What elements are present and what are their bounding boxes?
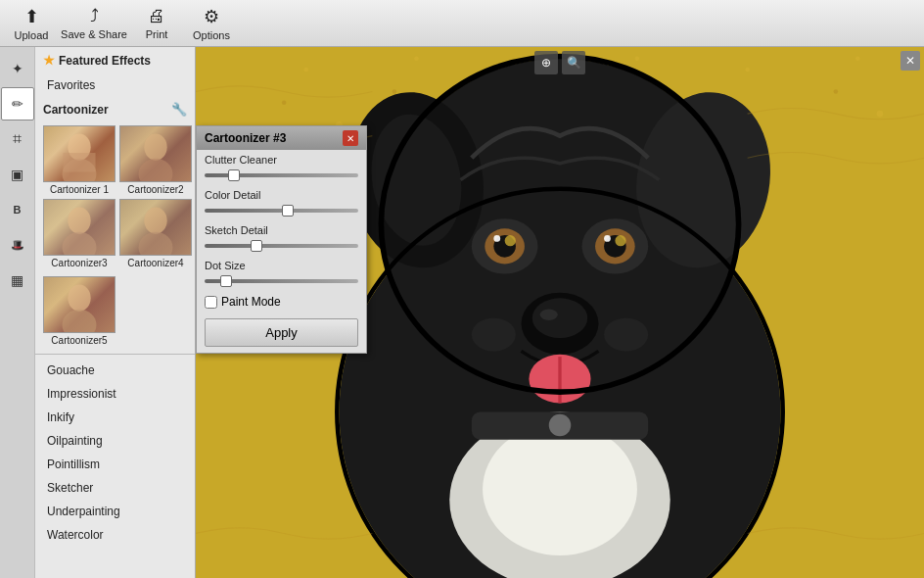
svg-point-4	[138, 159, 172, 182]
cartoonizer4-label: Cartoonizer4	[127, 258, 183, 268]
tool-strip: ✦ ✏ ⌗ ▣ B 🎩 ▦	[0, 47, 35, 578]
svg-rect-2	[63, 153, 95, 171]
toolbar: ⬆ Upload ⤴ Save & Share 🖨 Print ⚙ Option…	[0, 0, 924, 47]
cartoonizer5-thumb[interactable]: Cartoonizer5	[43, 276, 116, 346]
wrench-icon: 🔧	[171, 102, 187, 117]
cartoonizer4-thumb[interactable]: Cartoonizer4	[119, 199, 192, 268]
cartoonizer3-thumb[interactable]: Cartoonizer3	[43, 199, 116, 268]
clutter-cleaner-row: Clutter Cleaner	[197, 150, 366, 185]
portrait-svg-4	[120, 199, 191, 256]
color-detail-row: Color Detail	[197, 185, 366, 220]
color-detail-label: Color Detail	[205, 189, 358, 201]
favorites-item[interactable]: Favorites	[35, 73, 195, 97]
apply-button[interactable]: Apply	[205, 318, 358, 347]
svg-point-45	[604, 235, 611, 242]
inkify-item[interactable]: Inkify	[35, 406, 195, 429]
save-share-icon: ⤴	[90, 6, 99, 26]
portrait-svg-3	[44, 199, 115, 256]
sketcher-item[interactable]: Sketcher	[35, 476, 195, 500]
clutter-cleaner-slider[interactable]	[205, 168, 358, 183]
svg-point-29	[834, 89, 839, 94]
tool-effects-button[interactable]: ✦	[1, 52, 34, 85]
image-area: ⊕ 🔍 ✕	[196, 47, 924, 578]
sketch-detail-slider[interactable]	[205, 238, 358, 254]
watercolor-item[interactable]: Watercolor	[35, 523, 195, 547]
svg-point-47	[532, 298, 587, 338]
pointillism-item[interactable]: Pointillism	[35, 453, 195, 476]
cartoonizer4-image	[119, 199, 192, 256]
svg-point-27	[393, 89, 397, 94]
svg-point-52	[604, 318, 648, 352]
paint-mode-checkbox[interactable]	[205, 296, 217, 309]
options-icon: ⚙	[204, 6, 219, 27]
dialog-title: Cartoonizer #3	[205, 131, 286, 145]
portrait-svg-5	[44, 276, 115, 333]
svg-point-43	[615, 235, 625, 246]
impressionist-item[interactable]: Impressionist	[35, 382, 195, 406]
svg-point-42	[505, 235, 516, 246]
svg-point-56	[549, 414, 572, 437]
cartoonizer3-image	[43, 199, 116, 256]
tool-frame-button[interactable]: ▣	[1, 158, 34, 191]
svg-point-6	[62, 232, 96, 256]
clutter-cleaner-label: Clutter Cleaner	[205, 154, 358, 166]
color-detail-slider[interactable]	[205, 203, 358, 218]
cartoonizer2-image	[119, 125, 192, 182]
main-area: ✦ ✏ ⌗ ▣ B 🎩 ▦ ★ Featured Effects Favorit…	[0, 47, 924, 578]
dot-size-thumb[interactable]	[220, 275, 232, 287]
upload-label: Upload	[15, 29, 49, 41]
dot-size-slider[interactable]	[205, 273, 358, 289]
dialog-close-button[interactable]: ✕	[343, 130, 358, 146]
tool-brush-button[interactable]: ✏	[1, 87, 34, 120]
dot-size-track	[205, 279, 358, 283]
paint-mode-label: Paint Mode	[221, 295, 281, 309]
underpainting-item[interactable]: Underpainting	[35, 500, 195, 523]
thumbnail-grid: Cartoonizer 1 Cartoonizer2	[35, 121, 195, 272]
print-icon: 🖨	[148, 6, 165, 26]
dialog-title-bar: Cartoonizer #3 ✕	[197, 126, 366, 150]
cartoonizer5-image	[43, 276, 116, 333]
sketch-detail-row: Sketch Detail	[197, 220, 366, 256]
svg-point-3	[144, 134, 166, 161]
cartoonizer2-label: Cartoonizer2	[127, 184, 183, 195]
print-button[interactable]: 🖨 Print	[129, 2, 184, 45]
options-button[interactable]: ⚙ Options	[184, 2, 239, 45]
image-zoom-button[interactable]: 🔍	[562, 51, 585, 74]
svg-point-21	[745, 68, 750, 72]
tool-crop-button[interactable]: ⌗	[1, 122, 34, 156]
clutter-cleaner-track	[205, 173, 358, 177]
gouache-item[interactable]: Gouache	[35, 359, 195, 382]
star-icon: ★	[43, 53, 55, 68]
portrait-svg-1	[44, 125, 115, 182]
cartoonizer2-thumb[interactable]: Cartoonizer2	[119, 125, 192, 195]
clutter-cleaner-thumb[interactable]	[228, 169, 240, 181]
image-move-button[interactable]: ⊕	[534, 51, 558, 74]
cartoonizer-dialog: Cartoonizer #3 ✕ Clutter Cleaner Color D…	[196, 125, 367, 354]
svg-point-5	[68, 208, 90, 234]
svg-point-13	[303, 68, 308, 72]
color-detail-track	[205, 209, 358, 213]
cartoonizer1-image	[43, 125, 116, 182]
svg-point-51	[472, 318, 516, 352]
cartoonizer-item[interactable]: Cartoonizer 🔧	[35, 97, 195, 121]
cartoonizer1-thumb[interactable]: Cartoonizer 1	[43, 125, 116, 195]
effects-list: ★ Featured Effects Favorites Cartoonizer…	[35, 47, 195, 578]
tool-hat-button[interactable]: 🎩	[1, 228, 34, 262]
close-button[interactable]: ✕	[901, 51, 920, 71]
color-detail-thumb[interactable]	[282, 205, 294, 217]
tool-pattern-button[interactable]: ▦	[1, 264, 34, 297]
svg-point-9	[68, 285, 90, 312]
cartoonizer5-label: Cartoonizer5	[51, 335, 107, 346]
cartoonizer5-row: Cartoonizer5	[35, 272, 195, 350]
save-share-button[interactable]: ⤴ Save & Share	[59, 2, 129, 45]
sketch-detail-thumb[interactable]	[251, 240, 262, 252]
featured-effects-header[interactable]: ★ Featured Effects	[35, 47, 195, 73]
featured-effects-label: Featured Effects	[59, 54, 151, 68]
oilpainting-item[interactable]: Oilpainting	[35, 429, 195, 453]
svg-point-30	[877, 111, 884, 118]
svg-point-25	[282, 101, 287, 106]
tool-badge-button[interactable]: B	[1, 193, 34, 226]
dot-size-label: Dot Size	[205, 260, 358, 271]
save-share-label: Save & Share	[61, 28, 127, 40]
upload-button[interactable]: ⬆ Upload	[4, 2, 59, 45]
